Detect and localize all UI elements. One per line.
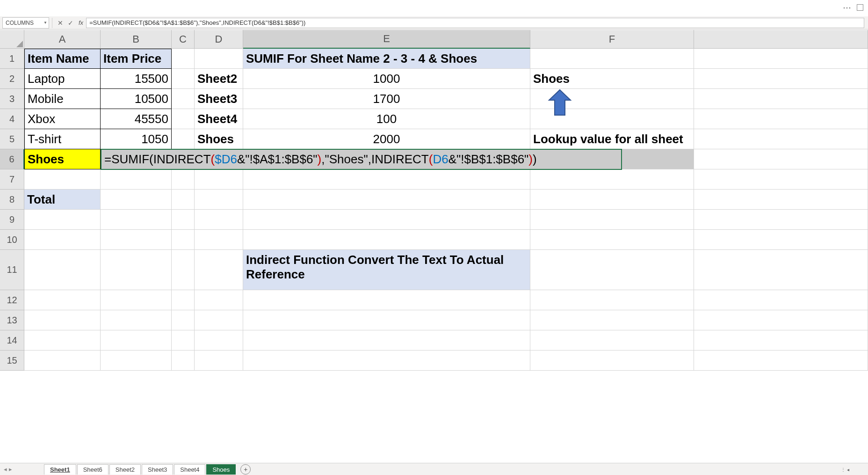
cell-B2[interactable]: 15500: [101, 69, 172, 89]
cell-E12[interactable]: [243, 290, 530, 310]
cell-F12[interactable]: [530, 290, 694, 310]
cell-B11[interactable]: [101, 250, 172, 290]
sheet-tab[interactable]: Sheet4: [174, 464, 205, 475]
cell-E9[interactable]: [243, 210, 530, 230]
cell-E1[interactable]: SUMIF For Sheet Name 2 - 3 - 4 & Shoes: [243, 49, 530, 69]
cell-G3[interactable]: [694, 89, 868, 109]
select-all-corner[interactable]: [0, 30, 24, 49]
cell-G1[interactable]: [694, 49, 868, 69]
cell-E14[interactable]: [243, 330, 530, 351]
row-header[interactable]: 1: [0, 49, 24, 69]
row-header[interactable]: 10: [0, 230, 24, 250]
cell-B12[interactable]: [101, 290, 172, 310]
cell-D3[interactable]: Sheet3: [195, 89, 243, 109]
row-header[interactable]: 4: [0, 109, 24, 129]
cell-D14[interactable]: [195, 330, 243, 351]
cell-G11[interactable]: [694, 250, 868, 290]
cell-A2[interactable]: Laptop: [24, 69, 101, 89]
cell-D7[interactable]: [195, 169, 243, 190]
cell-G12[interactable]: [694, 290, 868, 310]
cell-C13[interactable]: [172, 310, 195, 330]
maximize-icon[interactable]: [857, 4, 863, 11]
cell-F5[interactable]: Lookup value for all sheet: [530, 129, 694, 149]
cell-G6[interactable]: [694, 149, 868, 169]
row-header[interactable]: 5: [0, 129, 24, 149]
tab-nav[interactable]: ◂ ▸: [0, 466, 16, 473]
cell-A14[interactable]: [24, 330, 101, 351]
sheet-tab[interactable]: Sheet1: [44, 464, 76, 475]
formula-input[interactable]: =SUMIF(INDIRECT($D6&"!$A$1:$B$6"),"Shoes…: [86, 18, 864, 28]
cell-C10[interactable]: [172, 230, 195, 250]
cell-A12[interactable]: [24, 290, 101, 310]
cell-E15[interactable]: [243, 351, 530, 371]
cell-F10[interactable]: [530, 230, 694, 250]
cell-A5[interactable]: T-shirt: [24, 129, 101, 149]
tab-prev-icon[interactable]: ◂: [4, 466, 7, 473]
col-header-F[interactable]: F: [530, 30, 694, 49]
cell-E8[interactable]: [243, 190, 530, 210]
cell-D13[interactable]: [195, 310, 243, 330]
row-header[interactable]: 2: [0, 69, 24, 89]
cell-B15[interactable]: [101, 351, 172, 371]
cell-F7[interactable]: [530, 169, 694, 190]
col-header-A[interactable]: A: [24, 30, 101, 49]
cell-C5[interactable]: [172, 129, 195, 149]
cell-D2[interactable]: Sheet2: [195, 69, 243, 89]
cell-D1[interactable]: [195, 49, 243, 69]
row-header[interactable]: 13: [0, 310, 24, 330]
cell-F11[interactable]: [530, 250, 694, 290]
cell-A4[interactable]: Xbox: [24, 109, 101, 129]
cell-B1[interactable]: Item Price: [101, 49, 172, 69]
cell-B13[interactable]: [101, 310, 172, 330]
cell-E7[interactable]: [243, 169, 530, 190]
cell-B8[interactable]: [101, 190, 172, 210]
cell-G14[interactable]: [694, 330, 868, 351]
cell-F8[interactable]: [530, 190, 694, 210]
cell-C2[interactable]: [172, 69, 195, 89]
row-header[interactable]: 9: [0, 210, 24, 230]
cell-A9[interactable]: [24, 210, 101, 230]
cell-G13[interactable]: [694, 310, 868, 330]
cell-F13[interactable]: [530, 310, 694, 330]
cell-D4[interactable]: Sheet4: [195, 109, 243, 129]
cell-D15[interactable]: [195, 351, 243, 371]
add-sheet-button[interactable]: +: [240, 464, 251, 475]
cell-G5[interactable]: [694, 129, 868, 149]
cell-E4[interactable]: 100: [243, 109, 530, 129]
cell-C1[interactable]: [172, 49, 195, 69]
cell-C8[interactable]: [172, 190, 195, 210]
cell-A7[interactable]: [24, 169, 101, 190]
cell-D12[interactable]: [195, 290, 243, 310]
cell-D9[interactable]: [195, 210, 243, 230]
cell-E3[interactable]: 1700: [243, 89, 530, 109]
cell-C3[interactable]: [172, 89, 195, 109]
row-header[interactable]: 15: [0, 351, 24, 371]
cell-A13[interactable]: [24, 310, 101, 330]
cell-E13[interactable]: [243, 310, 530, 330]
tab-next-icon[interactable]: ▸: [9, 466, 12, 473]
cell-G9[interactable]: [694, 210, 868, 230]
cell-F15[interactable]: [530, 351, 694, 371]
more-icon[interactable]: ⋯: [843, 2, 852, 13]
row-header[interactable]: 8: [0, 190, 24, 210]
cell-B7[interactable]: [101, 169, 172, 190]
cell-D11[interactable]: [195, 250, 243, 290]
cell-G7[interactable]: [694, 169, 868, 190]
col-header-D[interactable]: D: [195, 30, 243, 49]
row-header[interactable]: 12: [0, 290, 24, 310]
cell-F14[interactable]: [530, 330, 694, 351]
cell-C11[interactable]: [172, 250, 195, 290]
cell-E2[interactable]: 1000: [243, 69, 530, 89]
sheet-tab[interactable]: Sheet2: [109, 464, 141, 475]
chevron-down-icon[interactable]: ▼: [43, 21, 47, 25]
cell-F2[interactable]: Shoes: [530, 69, 694, 89]
cell-A1[interactable]: Item Name: [24, 49, 101, 69]
cell-C12[interactable]: [172, 290, 195, 310]
sheet-tab[interactable]: Sheet3: [142, 464, 173, 475]
cell-C15[interactable]: [172, 351, 195, 371]
col-header-B[interactable]: B: [101, 30, 172, 49]
cell-B9[interactable]: [101, 210, 172, 230]
cell-E5[interactable]: 2000: [243, 129, 530, 149]
cell-B4[interactable]: 45550: [101, 109, 172, 129]
cell-B3[interactable]: 10500: [101, 89, 172, 109]
